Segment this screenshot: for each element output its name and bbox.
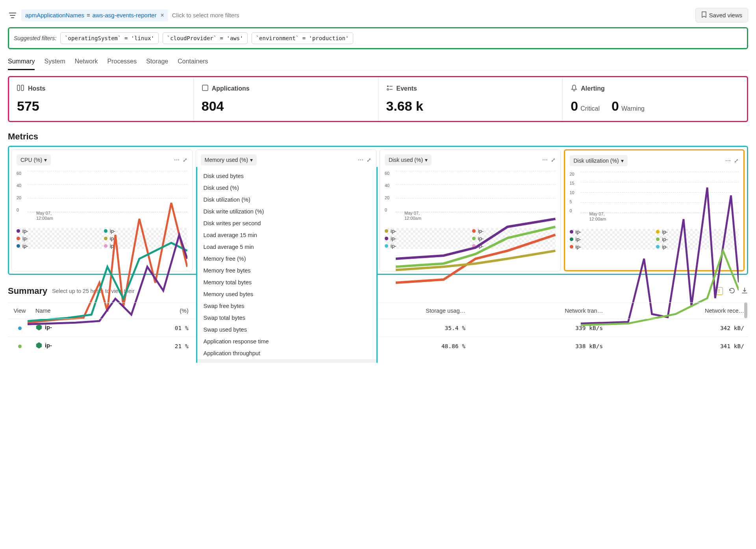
y-tick: 5 [570,199,578,204]
download-icon[interactable] [741,287,748,295]
summary-header-row: Summary Select up to 25 hosts to view th… [8,286,748,296]
filter-bar: apmApplicationNames = aws-asg-events-rep… [8,8,748,22]
col-cpu[interactable]: (%) [128,303,192,319]
more-icon[interactable]: ⋯ [174,157,180,163]
legend-item[interactable]: ip- [656,244,739,250]
legend-text: ip- [110,228,115,234]
scrollbar[interactable] [744,302,747,318]
metric-card-cpu: CPU (%) ▾ ⋯ ⤢ 6040200 May 07, 12:00am ip… [11,149,193,271]
dropdown-item[interactable]: Disk write utilization (%) [197,206,377,217]
col-name[interactable]: Name [32,303,104,319]
metric-card-memory: Memory used (%) ▾ ⋯ ⤢ Disk used bytesDis… [196,149,377,271]
expand-icon[interactable]: ⤢ [551,157,556,163]
filter-chip[interactable]: apmApplicationNames = aws-asg-events-rep… [21,9,168,21]
expand-icon[interactable]: ⤢ [367,157,371,163]
metric-selector[interactable]: CPU (%) ▾ [17,154,51,165]
bell-icon [571,84,578,93]
more-icon[interactable]: ⋯ [725,158,731,164]
close-icon[interactable]: × [159,12,164,19]
dropdown-item[interactable]: Swap free bytes [197,300,377,312]
filter-icon[interactable] [8,11,17,20]
tab-system[interactable]: System [44,56,65,70]
legend-item[interactable]: ip- [656,236,739,242]
expand-icon[interactable]: ⤢ [183,157,187,163]
legend-item[interactable]: ip- [570,236,652,242]
tab-containers[interactable]: Containers [178,56,208,70]
dropdown-item[interactable]: Disk utilization (%) [197,194,377,206]
legend-item[interactable]: ip- [472,236,556,241]
dropdown-item[interactable]: Load average 15 min [197,229,377,241]
col-blank [104,303,128,319]
y-tick: 20 [385,195,393,200]
dropdown-item[interactable]: Application throughput [197,347,377,359]
legend-text: ip- [110,243,115,249]
more-icon[interactable]: ⋯ [358,157,363,163]
more-icon[interactable]: ⋯ [542,157,548,163]
cell-nrx: 341 kB/ [607,337,748,355]
dropdown-item[interactable]: Application response time [197,336,377,347]
legend-item[interactable]: ip- [385,243,468,249]
dropdown-item[interactable]: Disk used (%) [197,182,377,194]
y-tick: 40 [17,183,25,188]
dropdown-item[interactable]: Load average 5 min [197,241,377,253]
metric-selector[interactable]: Memory used (%) ▾ [201,154,257,165]
tab-network[interactable]: Network [75,56,98,70]
legend-text: ip- [478,243,484,249]
y-tick: 20 [17,195,25,200]
metric-selector[interactable]: Disk utilization (%) ▾ [570,155,628,166]
chevron-down-icon: ▾ [44,157,47,163]
legend-item[interactable]: ip- [472,228,556,234]
legend-item[interactable]: ip- [17,243,100,249]
legend-item[interactable]: ip- [385,236,468,241]
x-timestamp: May 07, 12:00am [404,211,421,221]
suggested-pill[interactable]: `cloudProvider` = 'aws' [163,32,248,44]
col-ntx[interactable]: Network tran… [469,303,607,319]
legend-item[interactable]: ip- [570,244,652,250]
legend-text: ip- [662,244,667,250]
tab-summary[interactable]: Summary [8,56,35,70]
legend-item[interactable]: ip- [385,228,468,234]
legend-text: ip- [478,228,484,234]
metric-selector[interactable]: Disk used (%) ▾ [385,154,432,165]
cell-ntx: 339 kB/s [469,319,607,337]
legend-item[interactable]: ip- [472,243,556,249]
legend-dot-icon [656,245,660,249]
chevron-down-icon: ▾ [621,158,624,164]
row-dot-icon [18,326,22,330]
filter-attr: apmApplicationNames [25,12,84,19]
col-view[interactable]: View [8,303,32,319]
dropdown-item[interactable]: Swap used bytes [197,324,377,336]
legend-item[interactable]: ip- [570,229,652,235]
legend-item[interactable]: ip- [104,243,187,249]
metric-title: Disk used (%) [389,157,423,163]
legend-item[interactable]: ip- [104,236,187,241]
tab-processes[interactable]: Processes [107,56,137,70]
stat-card-hosts: Hosts 575 [9,77,194,121]
refresh-icon[interactable] [728,287,736,295]
dropdown-item[interactable]: Swap total bytes [197,312,377,324]
expand-icon[interactable]: ⤢ [734,158,739,164]
dropdown-item[interactable]: Application error rate [197,359,377,363]
warning-icon[interactable]: ! [715,287,723,295]
tab-storage[interactable]: Storage [146,56,168,70]
dropdown-item[interactable]: Disk writes per second [197,217,377,229]
filter-more-placeholder[interactable]: Click to select more filters [172,12,239,19]
suggested-pill[interactable]: `operatingSystem` = 'linux' [60,32,159,44]
legend-item[interactable]: ip- [104,228,187,234]
dropdown-item[interactable]: Disk used bytes [197,170,377,182]
table-row[interactable]: ip-21 %27.56 %48.86 %338 kB/s341 kB/ [8,337,748,355]
saved-views-button[interactable]: Saved views [695,8,748,22]
dropdown-item[interactable]: Memory used bytes [197,288,377,300]
col-nrx[interactable]: Network rece… [607,303,748,319]
legend-item[interactable]: ip- [17,228,100,234]
dropdown-item[interactable]: Memory free bytes [197,265,377,276]
stat-card-apps: Applications 804 [194,77,378,121]
suggested-pill[interactable]: `environment` = 'production' [252,32,353,44]
legend-item[interactable]: ip- [656,229,739,235]
legend-item[interactable]: ip- [17,236,100,241]
table-row[interactable]: ip-01 %15 %35.4 %339 kB/s342 kB/ [8,319,748,337]
dropdown-item[interactable]: Memory free (%) [197,253,377,265]
dropdown-item[interactable]: Memory total bytes [197,276,377,288]
metric-title: Memory used (%) [205,157,248,163]
legend-text: ip- [662,229,667,235]
